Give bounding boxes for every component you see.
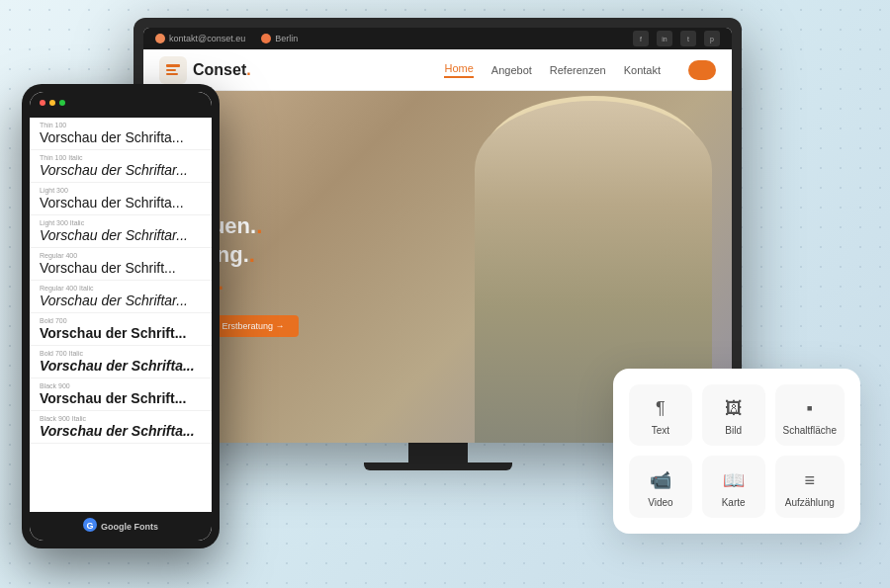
location-text: Berlin	[275, 34, 298, 43]
social-icons: f in t p	[633, 31, 720, 46]
widget-item-bild[interactable]: 🖼Bild	[702, 384, 765, 446]
nav-referenzen[interactable]: Referenzen	[550, 64, 606, 76]
nav-links: Home Angebot Referenzen Kontakt	[444, 60, 716, 80]
monitor-topbar: kontakt@conset.eu Berlin f in t p	[143, 28, 732, 49]
google-fonts-logo: G Google Fonts	[83, 518, 158, 535]
minimize-button[interactable]	[49, 100, 55, 106]
location-topbar: Berlin	[261, 34, 298, 43]
font-preview-6: Vorschau der Schrift...	[40, 325, 202, 341]
widget-item-aufzaehlung[interactable]: ≡Aufzählung	[775, 456, 845, 518]
font-item-3[interactable]: Light 300 ItalicVorschau der Schriftar..…	[30, 215, 212, 248]
svg-rect-1	[166, 69, 176, 71]
font-label-4: Regular 400	[40, 252, 202, 259]
widget-panel: ¶Text🖼Bild▪Schaltfläche📹Video📖Karte≡Aufz…	[613, 369, 860, 534]
instagram-icon[interactable]: in	[657, 31, 672, 46]
font-preview-0: Vorschau der Schrifta...	[40, 129, 202, 145]
phone-header	[30, 92, 212, 118]
font-item-7[interactable]: Bold 700 ItalicVorschau der Schrifta...	[30, 346, 212, 378]
font-label-2: Light 300	[40, 187, 202, 194]
widget-label-bild: Bild	[725, 425, 742, 436]
font-item-1[interactable]: Thin 100 ItalicVorschau der Schriftar...	[30, 150, 212, 183]
font-preview-9: Vorschau der Schrifta...	[40, 423, 202, 439]
font-preview-3: Vorschau der Schriftar...	[40, 227, 202, 243]
google-fonts-text: Google Fonts	[101, 522, 158, 532]
video-icon: 📹	[650, 469, 671, 491]
widget-item-text[interactable]: ¶Text	[629, 384, 692, 446]
svg-text:G: G	[86, 521, 93, 531]
font-item-2[interactable]: Light 300Vorschau der Schrifta...	[30, 183, 212, 215]
font-label-6: Bold 700	[40, 317, 202, 324]
bild-icon: 🖼	[725, 398, 743, 419]
font-label-7: Bold 700 Italic	[40, 350, 202, 357]
schaltflaeche-icon: ▪	[807, 398, 813, 419]
font-preview-7: Vorschau der Schrifta...	[40, 358, 202, 374]
font-item-8[interactable]: Black 900Vorschau der Schrift...	[30, 378, 212, 411]
widget-label-aufzaehlung: Aufzählung	[785, 497, 835, 508]
phone-screen: Thin 100Vorschau der Schrifta...Thin 100…	[30, 92, 212, 541]
font-label-3: Light 300 Italic	[40, 219, 202, 226]
phone-footer: G Google Fonts	[30, 512, 212, 541]
facebook-icon[interactable]: f	[633, 31, 649, 46]
widget-label-karte: Karte	[722, 497, 746, 508]
logo-text: Conset.	[193, 61, 251, 79]
nav-home[interactable]: Home	[444, 62, 473, 78]
font-list: Thin 100Vorschau der Schrifta...Thin 100…	[30, 118, 212, 512]
widget-grid: ¶Text🖼Bild▪Schaltfläche📹Video📖Karte≡Aufz…	[629, 384, 845, 518]
nav-angebot[interactable]: Angebot	[491, 64, 532, 76]
location-icon	[261, 34, 271, 43]
widget-item-video[interactable]: 📹Video	[629, 456, 692, 518]
window-controls	[40, 100, 202, 106]
font-item-9[interactable]: Black 900 ItalicVorschau der Schrifta...	[30, 411, 212, 444]
aufzaehlung-icon: ≡	[805, 470, 816, 491]
phone-device: Thin 100Vorschau der Schrifta...Thin 100…	[22, 84, 220, 548]
pinterest-icon[interactable]: p	[704, 31, 720, 46]
font-preview-5: Vorschau der Schriftar...	[40, 293, 202, 308]
nav-logo: Conset.	[159, 56, 251, 84]
email-text: kontakt@conset.eu	[169, 34, 245, 43]
font-preview-4: Vorschau der Schrift...	[40, 260, 202, 276]
font-item-5[interactable]: Regular 400 ItalicVorschau der Schriftar…	[30, 281, 212, 313]
font-label-9: Black 900 Italic	[40, 415, 202, 422]
twitter-icon[interactable]: t	[680, 31, 696, 46]
font-preview-2: Vorschau der Schrifta...	[40, 195, 202, 210]
font-item-0[interactable]: Thin 100Vorschau der Schrifta...	[30, 118, 212, 150]
monitor-navbar: Conset. Home Angebot Referenzen Kontakt	[143, 49, 732, 91]
widget-label-text: Text	[652, 425, 669, 436]
widget-label-schaltflaeche: Schaltfläche	[783, 425, 837, 436]
font-item-4[interactable]: Regular 400Vorschau der Schrift...	[30, 248, 212, 281]
font-label-5: Regular 400 Italic	[40, 285, 202, 292]
karte-icon: 📖	[723, 469, 745, 491]
svg-rect-2	[166, 73, 178, 75]
font-preview-8: Vorschau der Schrift...	[40, 390, 202, 406]
widget-item-schaltflaeche[interactable]: ▪Schaltfläche	[775, 384, 845, 446]
google-fonts-icon: G	[83, 518, 97, 535]
close-button[interactable]	[40, 100, 45, 106]
nav-kontakt[interactable]: Kontakt	[624, 64, 661, 76]
widget-label-video: Video	[648, 497, 672, 508]
font-label-8: Black 900	[40, 382, 202, 389]
font-label-1: Thin 100 Italic	[40, 154, 202, 161]
font-preview-1: Vorschau der Schriftar...	[40, 162, 202, 178]
text-icon: ¶	[656, 398, 666, 419]
logo-icon	[159, 56, 187, 84]
svg-rect-0	[166, 64, 180, 67]
font-item-6[interactable]: Bold 700Vorschau der Schrift...	[30, 313, 212, 346]
email-icon	[155, 34, 165, 43]
widget-item-karte[interactable]: 📖Karte	[702, 456, 765, 518]
font-label-0: Thin 100	[40, 122, 202, 128]
nav-menu-button[interactable]	[688, 60, 716, 80]
maximize-button[interactable]	[59, 100, 65, 106]
email-topbar: kontakt@conset.eu	[155, 34, 245, 43]
